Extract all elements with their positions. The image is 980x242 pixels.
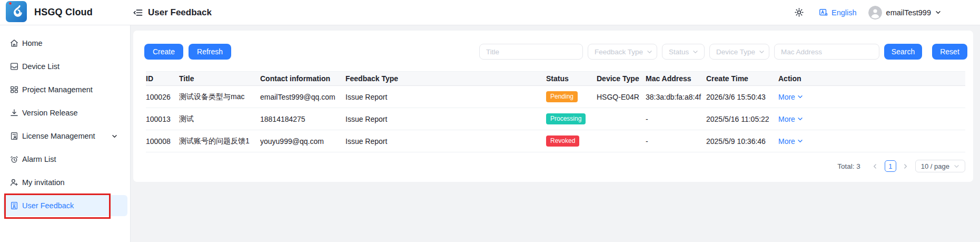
chevron-down-icon [759,49,765,55]
language-label: English [831,8,857,17]
cell-feedback-type: Issue Report [345,137,546,146]
cell-mac: 38:3a:db:fa:a8:4f [646,93,706,101]
sidebar-item-label: Version Release [22,109,78,117]
col-header-status: Status [546,74,597,83]
col-header-title: Title [179,74,260,83]
sidebar-item-label: Alarm List [22,155,56,163]
theme-toggle-sun-icon[interactable] [794,7,804,17]
toolbar: Create Refresh Feedback Type Status Devi… [133,31,973,60]
sidebar-item-version-release[interactable]: Version Release [3,102,127,123]
license-management-icon [9,131,19,141]
app-window: HSGQ Cloud User Feedback English emailTe… [0,0,980,242]
filter-bar: Feedback Type Status Device Type Search … [479,44,967,60]
device-type-select[interactable]: Device Type [709,44,769,60]
cell-status: Pending [546,91,597,102]
project-management-icon [9,85,19,94]
hsgq-logo-icon [6,1,27,24]
col-header-create-time: Create Time [706,74,778,83]
page-title: User Feedback [148,7,212,18]
col-header-action: Action [778,74,965,83]
brand-name: HSGQ Cloud [34,7,93,18]
cell-feedback-type: Issue Report [345,93,546,101]
device-list-icon [9,62,19,71]
cell-feedback-type: Issue Report [345,115,546,123]
sidebar-item-project-management[interactable]: Project Management [3,79,127,100]
sidebar-item-device-list[interactable]: Device List [3,56,127,77]
language-switcher[interactable]: English [819,8,857,17]
sidebar-item-label: Home [22,39,43,47]
cell-action: More [778,137,965,146]
page-number-button[interactable]: 1 [885,160,896,172]
col-header-device-type: Device Type [597,74,646,83]
chevron-down-icon [797,138,803,144]
cell-create-time: 2026/3/6 15:50:43 [706,93,778,101]
col-header-contact: Contact information [260,74,345,83]
search-button[interactable]: Search [884,44,922,60]
sidebar-item-label: Project Management [22,85,93,94]
topbar-actions: English emailTest999 [794,6,980,20]
device-type-select-label: Device Type [716,48,755,56]
menu-fold-icon[interactable] [133,7,143,18]
reset-button[interactable]: Reset [932,44,967,60]
cell-title: 测试账号的问题反馈1 [179,137,260,146]
main-content: Create Refresh Feedback Type Status Devi… [131,25,980,242]
alarm-list-icon [9,154,19,164]
feedback-type-select-label: Feedback Type [595,48,643,56]
sidebar-item-alarm-list[interactable]: Alarm List [3,149,127,170]
cell-id: 100026 [146,93,179,101]
sidebar-item-label: User Feedback [22,201,74,210]
col-header-mac: Mac Address [646,74,706,83]
feedback-card: Create Refresh Feedback Type Status Devi… [133,31,973,182]
mac-address-filter-input[interactable] [774,44,879,60]
cell-status: Processing [546,113,597,124]
status-badge: Processing [546,113,586,124]
username: emailTest999 [886,8,931,17]
sidebar-item-my-invitation[interactable]: My invitation [3,172,127,193]
sidebar-item-home[interactable]: Home [3,33,127,54]
cell-status: Revoked [546,135,597,147]
user-feedback-icon [9,201,19,210]
pagination: Total: 3 1 10 / page [133,160,965,172]
cell-title: 测试设备类型与mac [179,92,260,102]
cell-mac: - [646,137,706,146]
sidebar-item-label: My invitation [22,178,65,187]
create-button[interactable]: Create [144,44,183,60]
feedback-type-select[interactable]: Feedback Type [588,44,657,60]
chevron-down-icon [797,116,803,122]
more-action-label: More [778,115,795,123]
feedback-table: ID Title Contact information Feedback Ty… [146,71,965,152]
table-header-row: ID Title Contact information Feedback Ty… [146,71,965,86]
sidebar-item-label: Device List [22,62,60,71]
status-select[interactable]: Status [662,44,705,60]
user-menu[interactable]: emailTest999 [868,6,941,20]
chevron-right-icon[interactable] [900,160,911,172]
status-badge: Pending [546,91,578,102]
status-badge: Revoked [546,135,579,147]
pagination-total: Total: 3 [837,162,860,170]
cell-id: 100008 [146,137,179,146]
sidebar-item-license-management[interactable]: License Management [3,125,127,147]
topbar: HSGQ Cloud User Feedback English emailTe… [0,0,980,25]
chevron-down-icon [797,94,803,100]
table-body: 100026 测试设备类型与mac emailTest999@qq.com Is… [146,86,965,152]
cell-device-type: HSGQ-E04R [597,93,646,101]
title-filter-input[interactable] [479,44,583,60]
chevron-left-icon[interactable] [870,160,880,172]
sidebar-item-user-feedback[interactable]: User Feedback [3,195,127,216]
cell-contact: emailTest999@qq.com [260,93,345,101]
cell-title: 测试 [179,114,260,124]
page-size-select[interactable]: 10 / page [915,160,965,172]
refresh-button[interactable]: Refresh [189,44,231,60]
page-head: User Feedback [133,7,212,18]
cell-create-time: 2025/5/16 11:05:22 [706,115,778,123]
more-action-link[interactable]: More [778,137,803,146]
more-action-link[interactable]: More [778,93,803,101]
brand: HSGQ Cloud [0,0,131,25]
more-action-link[interactable]: More [778,115,803,123]
sidebar: Home Device List Project Management Vers… [0,25,131,242]
chevron-down-icon [647,49,652,55]
version-release-icon [9,108,19,118]
col-header-feedback-type: Feedback Type [345,74,546,83]
chevron-down-icon [935,9,941,15]
cell-contact: 18814184275 [260,115,345,123]
